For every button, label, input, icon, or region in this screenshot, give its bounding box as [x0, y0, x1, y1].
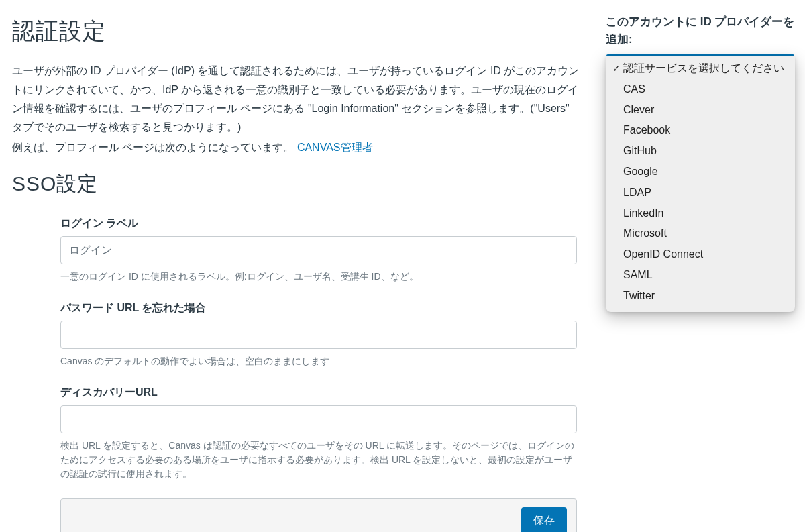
password-url-group: パスワード URL を忘れた場合 Canvas のデフォルトの動作でよい場合は、…: [60, 301, 577, 368]
sso-settings-title: SSO設定: [12, 170, 580, 198]
provider-option[interactable]: Twitter: [606, 286, 795, 307]
provider-option-label: SAML: [623, 267, 786, 284]
provider-select[interactable]: ✓認証サービスを選択してくださいCASCleverFacebookGitHubG…: [606, 54, 795, 312]
provider-select-options: ✓認証サービスを選択してくださいCASCleverFacebookGitHubG…: [606, 56, 795, 312]
provider-option-label: Clever: [623, 102, 786, 119]
sso-form: ログイン ラベル 一意のログイン ID に使用されるラベル。例:ログイン、ユーザ…: [60, 217, 577, 532]
page-title: 認証設定: [12, 16, 580, 47]
login-label-help: 一意のログイン ID に使用されるラベル。例:ログイン、ユーザ名、受講生 ID、…: [60, 270, 577, 284]
password-url-input[interactable]: [60, 321, 577, 349]
add-provider-title: このアカウントに ID プロバイダーを追加:: [606, 13, 795, 48]
provider-option[interactable]: LDAP: [606, 182, 795, 203]
provider-option[interactable]: SAML: [606, 265, 795, 286]
provider-option[interactable]: LinkedIn: [606, 203, 795, 224]
form-button-bar: 保存: [60, 498, 577, 532]
intro-paragraph-1: ユーザが外部の ID プロバイダー (IdP) を通して認証されるためには、ユー…: [12, 62, 580, 137]
provider-option-label: OpenID Connect: [623, 246, 786, 263]
provider-option-label: LDAP: [623, 184, 786, 201]
provider-option-label: 認証サービスを選択してください: [623, 60, 786, 77]
provider-option[interactable]: ✓認証サービスを選択してください: [606, 58, 795, 79]
provider-option-label: LinkedIn: [623, 205, 786, 222]
provider-option[interactable]: CAS: [606, 79, 795, 100]
provider-option-label: GitHub: [623, 143, 786, 160]
provider-option-label: Google: [623, 164, 786, 180]
main-content: 認証設定 ユーザが外部の ID プロバイダー (IdP) を通して認証されるため…: [12, 16, 580, 532]
save-button[interactable]: 保存: [521, 507, 567, 532]
login-label-input[interactable]: [60, 236, 577, 264]
login-label-group: ログイン ラベル 一意のログイン ID に使用されるラベル。例:ログイン、ユーザ…: [60, 217, 577, 284]
discovery-url-input[interactable]: [60, 405, 577, 433]
intro-prefix: 例えば、プロフィール ページは次のようになっています。: [12, 142, 297, 153]
password-url-title: パスワード URL を忘れた場合: [60, 301, 577, 315]
login-label-title: ログイン ラベル: [60, 217, 577, 231]
provider-option-label: Facebook: [623, 122, 786, 139]
provider-option[interactable]: OpenID Connect: [606, 244, 795, 265]
provider-option[interactable]: Microsoft: [606, 223, 795, 244]
provider-option-label: Twitter: [623, 288, 786, 305]
discovery-url-title: ディスカバリーURL: [60, 386, 577, 400]
provider-option-label: CAS: [623, 81, 786, 98]
provider-option[interactable]: GitHub: [606, 141, 795, 162]
password-url-help: Canvas のデフォルトの動作でよい場合は、空白のままにします: [60, 354, 577, 368]
provider-option[interactable]: Facebook: [606, 120, 795, 141]
provider-option-label: Microsoft: [623, 225, 786, 242]
provider-option[interactable]: Clever: [606, 100, 795, 121]
provider-option[interactable]: Google: [606, 162, 795, 182]
intro-paragraph-2: 例えば、プロフィール ページは次のようになっています。 CANVAS管理者: [12, 138, 580, 157]
check-icon: ✓: [612, 62, 623, 76]
add-provider-panel: このアカウントに ID プロバイダーを追加: ✓認証サービスを選択してくださいC…: [606, 13, 795, 312]
canvas-admin-link[interactable]: CANVAS管理者: [297, 142, 373, 153]
discovery-url-help: 検出 URL を設定すると、Canvas は認証の必要なすべてのユーザをその U…: [60, 439, 577, 481]
discovery-url-group: ディスカバリーURL 検出 URL を設定すると、Canvas は認証の必要なす…: [60, 386, 577, 481]
